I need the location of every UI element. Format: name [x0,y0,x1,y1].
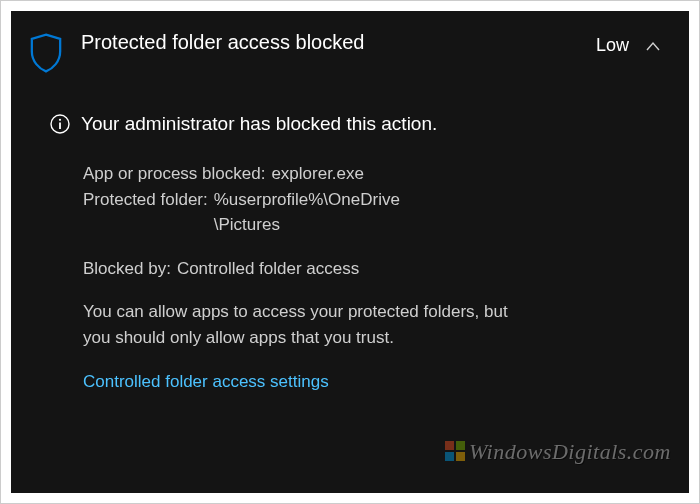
body: Your administrator has blocked this acti… [11,77,689,392]
blocked-by-label: Blocked by: [83,256,171,282]
info-icon [49,111,71,139]
chevron-up-icon [643,37,663,57]
watermark: WindowsDigitals.com [445,439,671,465]
details-block-2: Blocked by: Controlled folder access [83,256,663,282]
folder-line1: %userprofile%\OneDrive [214,190,400,209]
severity-label: Low [586,29,643,56]
outer-frame: Protected folder access blocked Low Yo [0,0,700,504]
app-blocked-value: explorer.exe [265,161,364,187]
description-text: You can allow apps to access your protec… [83,299,523,350]
protected-folder-value: %userprofile%\OneDrive \Pictures [208,187,400,238]
app-blocked-row: App or process blocked: explorer.exe [83,161,663,187]
app-blocked-label: App or process blocked: [83,161,265,187]
watermark-text: WindowsDigitals.com [469,439,671,464]
admin-message-row: Your administrator has blocked this acti… [49,111,663,139]
header-row: Protected folder access blocked Low [11,29,689,77]
protected-folder-row: Protected folder: %userprofile%\OneDrive… [83,187,663,238]
notification-title: Protected folder access blocked [81,29,586,56]
folder-line2: \Pictures [214,215,280,234]
protected-folder-label: Protected folder: [83,187,208,238]
blocked-by-row: Blocked by: Controlled folder access [83,256,663,282]
title-wrap: Protected folder access blocked [69,29,586,56]
settings-link[interactable]: Controlled folder access settings [83,372,329,392]
svg-rect-2 [59,123,61,130]
shield-icon [29,29,69,77]
windows-logo-icon [445,441,465,461]
admin-message: Your administrator has blocked this acti… [71,111,437,137]
collapse-button[interactable] [643,29,663,61]
details-block-1: App or process blocked: explorer.exe Pro… [83,161,663,238]
notification-panel: Protected folder access blocked Low Yo [11,11,689,493]
blocked-by-value: Controlled folder access [171,256,359,282]
svg-point-1 [59,119,61,121]
